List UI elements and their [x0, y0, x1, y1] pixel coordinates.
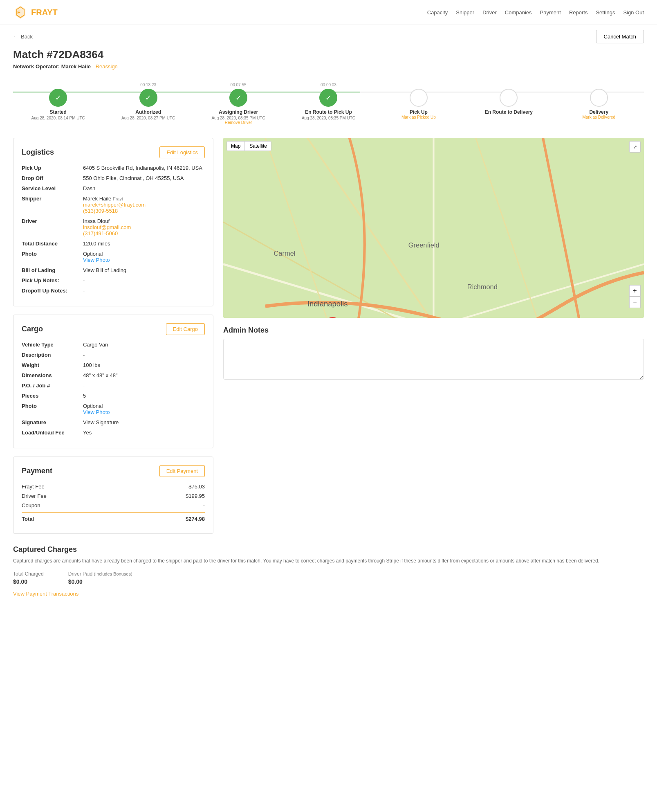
- step-time-assigning: 00:07:55: [231, 83, 247, 87]
- admin-notes-input[interactable]: [223, 339, 644, 380]
- left-column: Logistics Edit Logistics Pick Up 6405 S …: [13, 138, 213, 542]
- frayt-fee-label: Frayt Fee: [22, 484, 45, 490]
- main-content: Logistics Edit Logistics Pick Up 6405 S …: [0, 135, 657, 545]
- svg-text:F: F: [17, 9, 20, 16]
- step-authorized: 00:13:23 ✓ Authorized Aug 28, 2020, 08:2…: [103, 83, 193, 120]
- back-arrow-icon: ←: [13, 34, 18, 40]
- nav-driver[interactable]: Driver: [482, 9, 497, 16]
- check-icon: ✓: [325, 93, 332, 102]
- nav-shipper[interactable]: Shipper: [456, 9, 474, 16]
- step-circle-assigning: ✓: [229, 89, 247, 107]
- step-label-enroute-delivery: En Route to Delivery: [485, 109, 533, 115]
- nav-reports[interactable]: Reports: [569, 9, 588, 16]
- logo-text: FRAYT: [31, 8, 58, 17]
- svg-text:Indianapolis: Indianapolis: [307, 299, 348, 308]
- page-header: Match #72DA8364 Network Operator: Marek …: [0, 48, 657, 73]
- progress-section: ✓ Started Aug 28, 2020, 08:14 PM UTC 00:…: [0, 73, 657, 135]
- mark-picked-up-link[interactable]: Mark as Picked Up: [401, 115, 436, 119]
- pieces-value: 5: [83, 393, 86, 399]
- nav-signout[interactable]: Sign Out: [623, 9, 644, 16]
- right-column: Indianapolis Cincinnati Greenfield Carme…: [223, 138, 644, 542]
- zoom-out-button[interactable]: −: [629, 297, 641, 308]
- driver-label: Driver: [22, 218, 83, 236]
- step-label-delivery: Delivery: [589, 109, 608, 115]
- dimensions-label: Dimensions: [22, 372, 83, 378]
- satellite-button[interactable]: Satellite: [245, 141, 271, 151]
- admin-notes-container: Admin Notes: [223, 326, 644, 381]
- zoom-in-button[interactable]: +: [629, 285, 641, 297]
- map-expand-button[interactable]: ⤢: [629, 141, 641, 153]
- progress-bar: ✓ Started Aug 28, 2020, 08:14 PM UTC 00:…: [13, 83, 644, 125]
- total-charged-col: Total Charged $0.00: [13, 571, 44, 585]
- step-circle-delivery: [590, 89, 608, 107]
- step-label-pickup: Pick Up: [410, 109, 428, 115]
- bill-of-lading-row: Bill of Lading View Bill of Lading: [22, 267, 205, 273]
- total-row: Total $274.98: [22, 512, 205, 522]
- pickup-row: Pick Up 6405 S Brookville Rd, Indianapol…: [22, 165, 205, 171]
- step-started: ✓ Started Aug 28, 2020, 08:14 PM UTC: [13, 83, 103, 120]
- cargo-photo-label: Photo: [22, 403, 83, 415]
- captured-charges-row: Total Charged $0.00 Driver Paid (Include…: [13, 571, 644, 585]
- photo-row: Photo Optional View Photo: [22, 251, 205, 263]
- pieces-label: Pieces: [22, 393, 83, 399]
- check-icon: ✓: [145, 93, 151, 102]
- driver-row: Driver Inssa Diouf insdiouf@gmail.com (3…: [22, 218, 205, 236]
- nav-capacity[interactable]: Capacity: [427, 9, 448, 16]
- nav-settings[interactable]: Settings: [596, 9, 615, 16]
- view-bill-of-lading-link[interactable]: View Bill of Lading: [83, 267, 126, 273]
- total-value: $274.98: [186, 516, 205, 522]
- logo: F FRAYT: [13, 5, 58, 20]
- shipper-phone[interactable]: (513)309-5518: [83, 208, 118, 214]
- payment-section: Payment Edit Payment Frayt Fee $75.03 Dr…: [13, 457, 213, 534]
- reassign-link[interactable]: Reassign: [96, 63, 118, 70]
- dropoff-notes-row: Dropoff Up Notes: -: [22, 288, 205, 294]
- edit-payment-button[interactable]: Edit Payment: [159, 465, 205, 477]
- header-bar: ← Back Cancel Match: [0, 25, 657, 48]
- service-level-label: Service Level: [22, 185, 83, 191]
- step-date-assigning: Aug 28, 2020, 08:35 PM UTC: [211, 116, 265, 120]
- cargo-section: Cargo Edit Cargo Vehicle Type Cargo Van …: [13, 315, 213, 448]
- view-photo-link[interactable]: View Photo: [83, 257, 110, 263]
- step-circle-authorized: ✓: [139, 89, 157, 107]
- shipper-email[interactable]: marek+shipper@frayt.com: [83, 202, 146, 208]
- distance-row: Total Distance 120.0 miles: [22, 241, 205, 247]
- back-link[interactable]: ← Back: [13, 34, 33, 40]
- frayt-fee-row: Frayt Fee $75.03: [22, 484, 205, 490]
- step-date-authorized: Aug 28, 2020, 08:27 PM UTC: [121, 116, 175, 120]
- nav-companies[interactable]: Companies: [505, 9, 532, 16]
- driver-paid-label: Driver Paid (Includes Bonuses): [68, 571, 132, 577]
- pieces-row: Pieces 5: [22, 393, 205, 399]
- view-payment-transactions-link[interactable]: View Payment Transactions: [13, 591, 78, 597]
- network-operator-label: Network Operator:: [13, 63, 60, 70]
- weight-value: 100 lbs: [83, 362, 100, 368]
- driver-phone[interactable]: (317)491-5060: [83, 230, 118, 236]
- nav-payment[interactable]: Payment: [540, 9, 561, 16]
- shipper-row: Shipper Marek Haile Frayt marek+shipper@…: [22, 196, 205, 214]
- edit-cargo-button[interactable]: Edit Cargo: [166, 323, 205, 335]
- driver-email[interactable]: insdiouf@gmail.com: [83, 224, 131, 230]
- total-charged-label: Total Charged: [13, 571, 44, 577]
- network-operator-name: Marek Haile: [61, 63, 91, 70]
- description-value: -: [83, 352, 85, 358]
- map-button[interactable]: Map: [226, 141, 245, 151]
- remove-driver-link[interactable]: Remove Driver: [225, 120, 252, 125]
- map-controls: Map Satellite: [226, 141, 271, 151]
- pickup-notes-label: Pick Up Notes:: [22, 277, 83, 283]
- edit-logistics-button[interactable]: Edit Logistics: [159, 146, 205, 158]
- shipper-brand: Frayt: [113, 196, 123, 201]
- vehicle-type-row: Vehicle Type Cargo Van: [22, 342, 205, 348]
- view-signature-link[interactable]: View Signature: [83, 419, 119, 425]
- mark-delivered-link[interactable]: Mark as Delivered: [582, 115, 615, 119]
- driver-fee-row: Driver Fee $199.95: [22, 493, 205, 499]
- po-row: P.O. / Job # -: [22, 382, 205, 389]
- step-assigning-driver: 00:07:55 ✓ Assigning Driver Aug 28, 2020…: [193, 83, 283, 125]
- cargo-view-photo-link[interactable]: View Photo: [83, 409, 110, 415]
- dimensions-row: Dimensions 48" x 48" x 48": [22, 372, 205, 378]
- service-level-value: Dash: [83, 185, 95, 191]
- dropoff-notes-label: Dropoff Up Notes:: [22, 288, 83, 294]
- coupon-row: Coupon -: [22, 502, 205, 508]
- cancel-match-button[interactable]: Cancel Match: [596, 30, 644, 43]
- weight-label: Weight: [22, 362, 83, 368]
- load-unload-row: Load/Unload Fee Yes: [22, 430, 205, 436]
- vehicle-type-label: Vehicle Type: [22, 342, 83, 348]
